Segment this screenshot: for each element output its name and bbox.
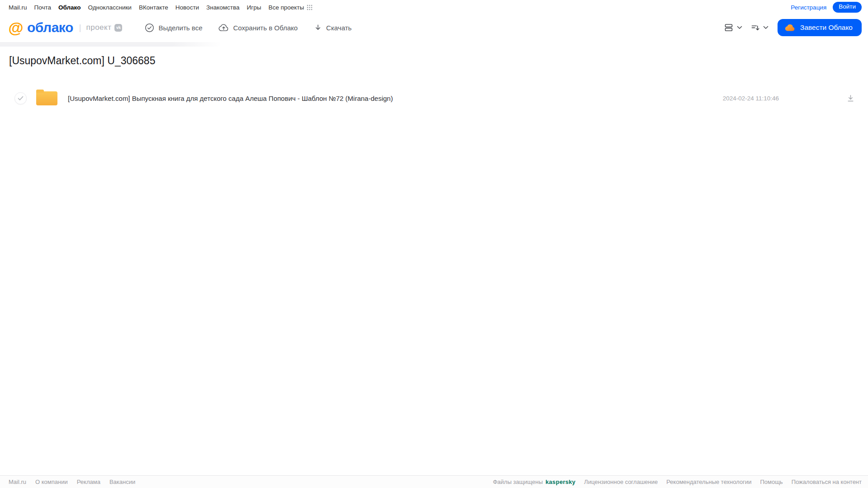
logo-divider: | <box>79 23 81 33</box>
footer-link-ads[interactable]: Реклама <box>77 479 100 485</box>
save-to-cloud-label: Сохранить в Облако <box>233 24 298 32</box>
portal-nav: Mail.ru Почта Облако Одноклассники ВКонт… <box>0 0 868 14</box>
view-mode-dropdown[interactable] <box>725 24 742 32</box>
row-checkbox[interactable] <box>14 92 27 104</box>
kaspersky-logo[interactable]: kaspersky <box>545 479 575 485</box>
footer-link-report-content[interactable]: Пожаловаться на контент <box>792 479 862 485</box>
file-name[interactable]: [UsupovMarket.com] Выпускная книга для д… <box>68 95 723 102</box>
chevron-down-icon <box>763 26 768 29</box>
nav-item-mailru[interactable]: Mail.ru <box>9 4 27 11</box>
protected-label: Файлы защищены <box>493 479 543 485</box>
view-list-icon <box>725 24 734 32</box>
row-download-icon[interactable] <box>847 95 854 102</box>
sort-dropdown[interactable] <box>751 24 768 32</box>
footer-link-jobs[interactable]: Вакансии <box>109 479 135 485</box>
logo-wordmark: облако <box>27 20 73 35</box>
folder-icon <box>36 91 57 105</box>
all-projects-label: Все проекты <box>268 4 304 11</box>
download-label: Скачать <box>326 24 351 32</box>
file-date: 2024-02-24 11:10:46 <box>723 95 779 102</box>
nav-item-novosti[interactable]: Новости <box>175 4 199 11</box>
get-cloud-button[interactable]: Завести Облако <box>778 19 862 36</box>
footer-link-help[interactable]: Помощь <box>760 479 783 485</box>
mailru-at-icon: @ <box>8 19 24 36</box>
nav-item-znakomstva[interactable]: Знакомства <box>206 4 239 11</box>
footer-link-recommendation-tech[interactable]: Рекомендательные технологии <box>666 479 751 485</box>
footer-link-mailru[interactable]: Mail.ru <box>9 479 26 485</box>
chevron-down-icon <box>737 26 742 29</box>
header-loading-bar <box>0 42 222 47</box>
kaspersky-protection: Файлы защищены kaspersky <box>493 479 576 485</box>
download-button[interactable]: Скачать <box>314 24 351 32</box>
select-all-label: Выделить все <box>158 24 202 32</box>
download-arrow-icon <box>314 24 322 32</box>
sort-icon <box>751 24 760 32</box>
app-bar: @ облако | проект vk Выделить все Сохран… <box>0 14 868 41</box>
cloud-upload-icon <box>218 23 229 32</box>
nav-item-vkontakte[interactable]: ВКонтакте <box>139 4 168 11</box>
file-row-folder[interactable]: [UsupovMarket.com] Выпускная книга для д… <box>0 87 868 109</box>
nav-item-pochta[interactable]: Почта <box>34 4 52 11</box>
select-all-button[interactable]: Выделить все <box>145 23 202 33</box>
app-bar-right: Завести Облако <box>725 19 862 36</box>
save-to-cloud-button[interactable]: Сохранить в Облако <box>218 23 298 32</box>
footer-left-links: Mail.ru О компании Реклама Вакансии <box>9 479 135 485</box>
page-title: [UsupovMarket.com] U_306685 <box>9 55 155 67</box>
portal-nav-right: Регистрация Войти <box>791 2 862 13</box>
portal-nav-links: Mail.ru Почта Облако Одноклассники ВКонт… <box>9 4 313 11</box>
apps-grid-icon <box>307 5 313 10</box>
nav-item-all-projects[interactable]: Все проекты <box>268 4 313 11</box>
nav-item-igry[interactable]: Игры <box>247 4 261 11</box>
get-cloud-label: Завести Облако <box>800 24 853 32</box>
vk-badge-icon: vk <box>114 24 122 32</box>
cloud-logo[interactable]: @ облако | проект vk <box>8 19 122 36</box>
registration-link[interactable]: Регистрация <box>791 4 826 11</box>
nav-item-oblako[interactable]: Облако <box>58 4 81 11</box>
footer-right-links: Файлы защищены kaspersky Лицензионное со… <box>493 479 862 485</box>
file-toolbar: Выделить все Сохранить в Облако Скачать <box>145 23 351 33</box>
login-button[interactable]: Войти <box>833 2 862 13</box>
nav-item-odnoklassniki[interactable]: Одноклассники <box>88 4 131 11</box>
footer-link-about[interactable]: О компании <box>35 479 68 485</box>
footer-link-license[interactable]: Лицензионное соглашение <box>584 479 658 485</box>
orange-cloud-icon <box>785 24 796 32</box>
footer: Mail.ru О компании Реклама Вакансии Файл… <box>0 475 868 488</box>
project-label: проект <box>86 23 111 32</box>
check-circle-icon <box>145 23 154 33</box>
